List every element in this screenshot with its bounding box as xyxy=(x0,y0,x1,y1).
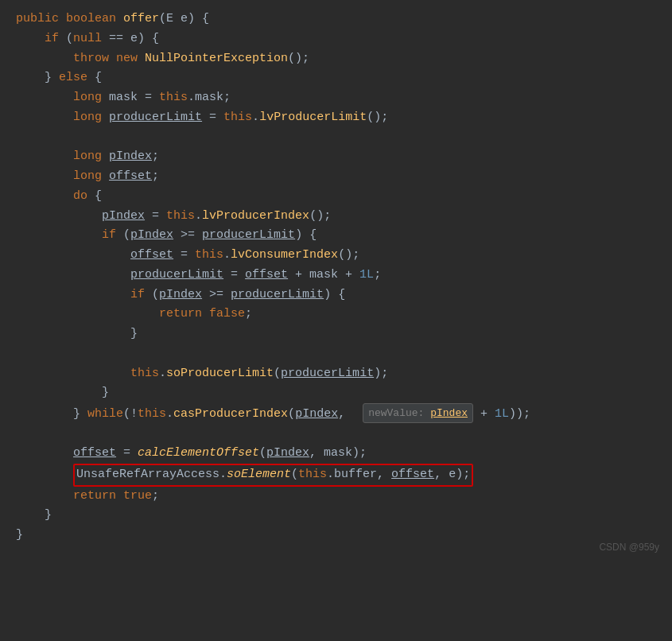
watermark: CSDN @959y xyxy=(599,540,659,555)
code-line-8: long pIndex; xyxy=(16,147,656,167)
code-line-11: pIndex = this.lvProducerIndex(); xyxy=(16,207,656,227)
code-line-4: } else { xyxy=(16,68,656,88)
code-line-3: throw new NullPointerException(); xyxy=(16,49,656,69)
code-line-9: long offset; xyxy=(16,167,656,187)
code-line-2: if (null == e) { xyxy=(16,29,656,49)
code-line-24: UnsafeRefArrayAccess.soElement(this.buff… xyxy=(16,464,656,487)
tooltip-newvalue: newValue: pIndex xyxy=(363,403,473,423)
code-editor: public boolean offer(E e) { if (null == … xyxy=(0,0,672,561)
code-line-25: return true; xyxy=(16,487,656,507)
code-line-23: offset = calcElementOffset(pIndex, mask)… xyxy=(16,444,656,464)
code-line-26: } xyxy=(16,506,656,526)
code-line-7 xyxy=(16,128,656,148)
code-line-13: offset = this.lvConsumerIndex(); xyxy=(16,246,656,266)
code-line-14: producerLimit = offset + mask + 1L; xyxy=(16,266,656,286)
code-line-19: this.soProducerLimit(producerLimit); xyxy=(16,364,656,384)
code-line-17: } xyxy=(16,324,656,344)
code-line-1: public boolean offer(E e) { xyxy=(16,10,656,29)
code-line-10: do { xyxy=(16,187,656,207)
code-line-5: long mask = this.mask; xyxy=(16,88,656,108)
code-line-12: if (pIndex >= producerLimit) { xyxy=(16,226,656,246)
code-line-6: long producerLimit = this.lvProducerLimi… xyxy=(16,108,656,128)
code-line-20: } xyxy=(16,383,656,403)
highlighted-line: UnsafeRefArrayAccess.soElement(this.buff… xyxy=(73,464,473,487)
code-line-15: if (pIndex >= producerLimit) { xyxy=(16,286,656,305)
code-line-18 xyxy=(16,344,656,364)
code-line-16: return false; xyxy=(16,305,656,324)
code-line-22 xyxy=(16,424,656,444)
code-line-21: } while(!this.casProducerIndex(pIndex, n… xyxy=(16,403,656,424)
code-line-27: } xyxy=(16,526,656,546)
